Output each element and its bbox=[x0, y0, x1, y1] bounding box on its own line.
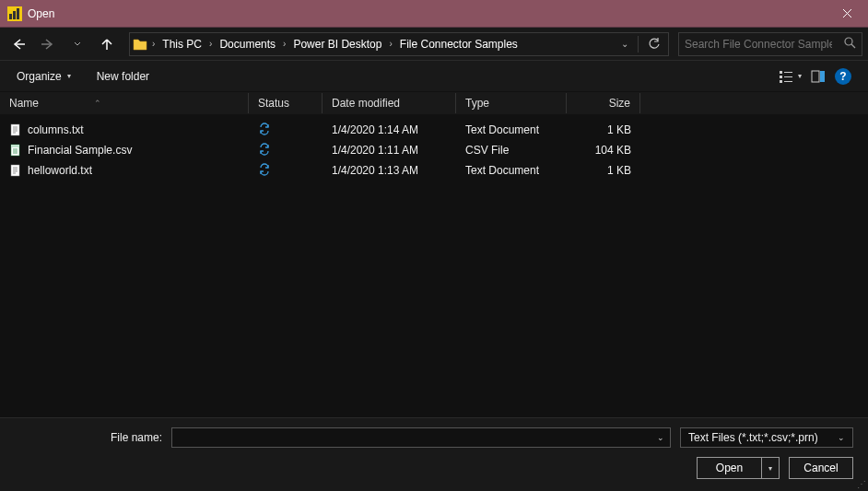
new-folder-button[interactable]: New folder bbox=[97, 70, 149, 83]
breadcrumb-item[interactable]: Power BI Desktop bbox=[287, 36, 387, 53]
sync-icon bbox=[258, 123, 271, 138]
back-button[interactable] bbox=[6, 32, 31, 56]
cancel-button[interactable]: Cancel bbox=[789, 457, 853, 479]
open-button[interactable]: Open bbox=[697, 457, 761, 479]
breadcrumb-item[interactable]: Documents bbox=[214, 36, 281, 53]
chevron-down-icon: ▾ bbox=[67, 72, 71, 80]
filename-input[interactable] bbox=[178, 431, 651, 444]
help-button[interactable]: ? bbox=[835, 68, 851, 85]
up-button[interactable] bbox=[94, 32, 120, 56]
svg-point-3 bbox=[845, 38, 852, 45]
breadcrumb[interactable]: › This PC › Documents › Power BI Desktop… bbox=[129, 32, 669, 56]
filename-combo[interactable]: ⌄ bbox=[171, 427, 671, 448]
chevron-right-icon: › bbox=[281, 39, 287, 49]
chevron-down-icon: ⌄ bbox=[832, 433, 845, 442]
organize-label: Organize bbox=[17, 70, 62, 83]
folder-icon bbox=[132, 37, 148, 52]
svg-rect-14 bbox=[11, 145, 19, 147]
sort-indicator-icon: ⌃ bbox=[94, 99, 101, 108]
chevron-down-icon[interactable]: ⌄ bbox=[651, 433, 664, 442]
close-button[interactable] bbox=[827, 0, 868, 28]
file-type: Text Document bbox=[456, 164, 567, 177]
preview-pane-button[interactable] bbox=[811, 70, 826, 83]
search-input[interactable] bbox=[685, 38, 832, 51]
open-dropdown-button[interactable]: ▾ bbox=[761, 457, 780, 479]
view-options-button[interactable]: ▾ bbox=[779, 70, 802, 83]
file-date: 1/4/2020 1:13 AM bbox=[323, 164, 456, 177]
app-icon bbox=[7, 6, 22, 21]
file-status bbox=[249, 123, 323, 138]
file-name: columns.txt bbox=[28, 123, 84, 136]
file-type: Text Document bbox=[456, 123, 567, 136]
chevron-down-icon: ▾ bbox=[798, 72, 802, 80]
file-name: helloworld.txt bbox=[28, 164, 92, 177]
breadcrumb-dropdown[interactable]: ⌄ bbox=[616, 39, 634, 49]
svg-rect-4 bbox=[780, 71, 782, 74]
svg-rect-12 bbox=[11, 124, 19, 135]
window-title: Open bbox=[28, 7, 54, 20]
chevron-right-icon: › bbox=[150, 39, 157, 49]
svg-rect-10 bbox=[812, 71, 819, 82]
column-header-type[interactable]: Type bbox=[456, 93, 567, 113]
open-button-group: Open ▾ bbox=[697, 457, 780, 479]
svg-rect-11 bbox=[820, 71, 825, 82]
file-type: CSV File bbox=[456, 144, 567, 157]
column-header-date[interactable]: Date modified bbox=[323, 93, 456, 113]
search-box[interactable] bbox=[678, 32, 862, 56]
search-icon bbox=[844, 37, 856, 52]
svg-rect-5 bbox=[784, 72, 792, 73]
file-list: columns.txt1/4/2020 1:14 AMText Document… bbox=[0, 114, 868, 181]
column-header-name[interactable]: Name ⌃ bbox=[0, 93, 249, 113]
sync-icon bbox=[258, 163, 271, 179]
file-icon bbox=[9, 164, 22, 177]
file-status bbox=[249, 143, 323, 158]
file-date: 1/4/2020 1:11 AM bbox=[323, 144, 456, 157]
file-name: Financial Sample.csv bbox=[28, 144, 132, 157]
breadcrumb-item[interactable]: This PC bbox=[157, 36, 207, 53]
refresh-button[interactable] bbox=[642, 38, 666, 51]
svg-rect-9 bbox=[784, 81, 792, 82]
file-icon bbox=[9, 144, 22, 157]
svg-rect-0 bbox=[9, 14, 12, 19]
file-icon bbox=[9, 123, 22, 136]
file-date: 1/4/2020 1:14 AM bbox=[323, 123, 456, 136]
chevron-down-icon: ▾ bbox=[768, 464, 772, 473]
recent-dropdown[interactable] bbox=[65, 32, 90, 56]
file-row[interactable]: columns.txt1/4/2020 1:14 AMText Document… bbox=[0, 120, 868, 140]
svg-rect-1 bbox=[13, 11, 16, 19]
file-size: 1 KB bbox=[567, 164, 640, 177]
file-row[interactable]: helloworld.txt1/4/2020 1:13 AMText Docum… bbox=[0, 160, 868, 181]
svg-rect-6 bbox=[780, 76, 782, 78]
column-header-size[interactable]: Size bbox=[567, 93, 640, 113]
file-size: 104 KB bbox=[567, 144, 640, 157]
sync-icon bbox=[258, 143, 271, 158]
organize-menu[interactable]: Organize ▾ bbox=[17, 70, 71, 83]
file-row[interactable]: Financial Sample.csv1/4/2020 1:11 AMCSV … bbox=[0, 140, 868, 160]
file-size: 1 KB bbox=[567, 123, 640, 136]
svg-rect-8 bbox=[780, 80, 782, 83]
svg-rect-15 bbox=[11, 165, 19, 176]
chevron-right-icon: › bbox=[387, 39, 393, 49]
chevron-right-icon: › bbox=[207, 39, 214, 49]
filename-label: File name: bbox=[15, 431, 162, 444]
column-header-status[interactable]: Status bbox=[249, 93, 323, 113]
svg-rect-7 bbox=[784, 76, 792, 77]
file-status bbox=[249, 163, 323, 179]
svg-rect-2 bbox=[17, 8, 19, 19]
forward-button[interactable] bbox=[35, 32, 61, 56]
titlebar: Open bbox=[0, 0, 868, 28]
toolbar: Organize ▾ New folder ▾ ? bbox=[0, 61, 868, 92]
breadcrumb-item[interactable]: File Connector Samples bbox=[394, 36, 523, 53]
bottom-panel: File name: ⌄ Text Files (*.txt;*.csv;*.p… bbox=[0, 417, 868, 491]
resize-grip[interactable]: ⋰ bbox=[857, 479, 866, 489]
new-folder-label: New folder bbox=[97, 70, 149, 83]
filter-label: Text Files (*.txt;*.csv;*.prn) bbox=[688, 431, 818, 444]
column-headers: Name ⌃ Status Date modified Type Size bbox=[0, 92, 868, 114]
file-type-filter[interactable]: Text Files (*.txt;*.csv;*.prn) ⌄ bbox=[680, 427, 853, 448]
nav-row: › This PC › Documents › Power BI Desktop… bbox=[0, 28, 868, 61]
